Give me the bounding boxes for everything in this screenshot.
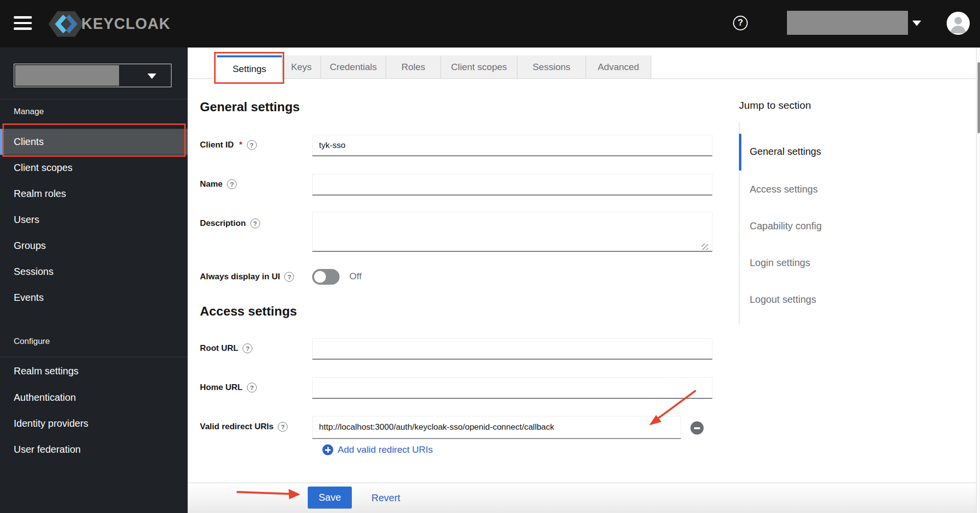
required-asterisk: *	[239, 140, 243, 150]
nav-header-manage: Manage	[14, 106, 44, 118]
root-url-label: Root URL ?	[200, 343, 252, 353]
root-url-input[interactable]	[312, 338, 712, 360]
jump-to-section-title: Jump to section	[739, 99, 811, 111]
person-icon	[947, 12, 970, 35]
home-url-input[interactable]	[312, 377, 712, 399]
top-bar: KEYCLOAK ?	[0, 0, 980, 48]
selected-indicator-bar	[0, 129, 2, 155]
client-tabs: Settings Keys Credentials Roles Client s…	[217, 55, 651, 81]
toggle-state-text: Off	[349, 271, 362, 282]
jump-item-login-settings[interactable]: Login settings	[750, 257, 810, 269]
name-label: Name ?	[200, 179, 237, 189]
always-display-help-icon[interactable]: ?	[284, 272, 294, 282]
jump-active-indicator	[739, 134, 741, 171]
general-settings-heading: General settings	[200, 99, 300, 115]
client-id-label: Client ID * ?	[200, 140, 257, 150]
valid-redirect-uris-label: Valid redirect URIs ?	[200, 422, 288, 432]
sidebar: Manage Clients Client scopes Realm roles…	[0, 48, 188, 513]
hamburger-menu-icon[interactable]	[14, 16, 33, 31]
sidebar-divider	[0, 357, 188, 357]
tab-settings[interactable]: Settings	[217, 55, 282, 81]
always-display-label: Always display in UI ?	[200, 272, 294, 282]
sidebar-item-client-scopes[interactable]: Client scopes	[0, 155, 188, 181]
root-url-help-icon[interactable]: ?	[243, 343, 252, 353]
valid-redirect-help-icon[interactable]: ?	[278, 422, 288, 432]
nav-header-configure: Configure	[14, 336, 50, 347]
valid-redirect-uri-input[interactable]	[312, 416, 681, 439]
scrollbar-track[interactable]	[976, 48, 980, 513]
plus-circle-icon	[322, 444, 333, 455]
sidebar-item-clients[interactable]: Clients	[0, 129, 188, 155]
tab-client-scopes[interactable]: Client scopes	[441, 55, 517, 78]
home-url-label: Home URL ?	[200, 383, 257, 392]
tab-advanced[interactable]: Advanced	[586, 55, 651, 78]
user-menu-chevron-down-icon[interactable]	[912, 21, 921, 26]
always-display-toggle[interactable]	[312, 269, 340, 285]
realm-selector[interactable]	[14, 64, 172, 87]
keycloak-logo: KEYCLOAK	[48, 11, 171, 37]
keycloak-logo-text: KEYCLOAK	[81, 15, 171, 33]
tab-roles[interactable]: Roles	[386, 55, 441, 78]
name-help-icon[interactable]: ?	[227, 179, 237, 189]
sidebar-divider	[0, 99, 188, 99]
save-button[interactable]: Save	[308, 487, 352, 509]
tab-keys[interactable]: Keys	[282, 55, 320, 78]
scrollbar-thumb[interactable]	[978, 62, 980, 133]
sidebar-item-sessions[interactable]: Sessions	[0, 259, 188, 285]
realm-chevron-down-icon	[147, 73, 156, 79]
textarea-resize-grip[interactable]	[702, 244, 708, 250]
jump-item-capability-config[interactable]: Capability config	[750, 220, 822, 232]
tab-sessions[interactable]: Sessions	[517, 55, 586, 78]
sidebar-item-events[interactable]: Events	[0, 285, 188, 311]
home-url-help-icon[interactable]: ?	[247, 383, 257, 392]
sidebar-item-users[interactable]: Users	[0, 207, 188, 233]
keycloak-logo-icon	[48, 11, 84, 37]
description-label: Description ?	[200, 219, 260, 228]
sidebar-item-user-federation[interactable]: User federation	[0, 437, 188, 463]
action-footer	[188, 483, 980, 513]
access-settings-heading: Access settings	[200, 304, 297, 319]
sidebar-item-groups[interactable]: Groups	[0, 233, 188, 259]
name-input[interactable]	[312, 174, 712, 195]
help-icon[interactable]: ?	[733, 16, 748, 30]
jump-item-access-settings[interactable]: Access settings	[750, 184, 818, 195]
description-help-icon[interactable]: ?	[250, 219, 260, 228]
realm-name-redacted	[15, 65, 119, 86]
sidebar-item-realm-settings[interactable]: Realm settings	[0, 358, 188, 384]
revert-button[interactable]: Revert	[371, 492, 400, 504]
client-id-help-icon[interactable]: ?	[247, 140, 257, 150]
sidebar-item-authentication[interactable]: Authentication	[0, 385, 188, 411]
jump-item-logout-settings[interactable]: Logout settings	[750, 294, 816, 305]
current-user-redacted	[787, 11, 908, 35]
keycloak-admin-console: KEYCLOAK ? Manage Clients Client scopes …	[0, 0, 980, 513]
remove-redirect-uri-button[interactable]	[690, 421, 704, 435]
add-redirect-uri-button[interactable]: Add valid redirect URIs	[322, 444, 433, 455]
sidebar-item-identity-providers[interactable]: Identity providers	[0, 411, 188, 437]
toggle-knob	[314, 271, 326, 283]
jump-item-general-settings[interactable]: General settings	[750, 146, 821, 157]
avatar[interactable]	[947, 12, 970, 35]
client-id-input[interactable]	[312, 135, 712, 156]
sidebar-item-realm-roles[interactable]: Realm roles	[0, 181, 188, 207]
description-textarea[interactable]	[312, 212, 712, 252]
tab-credentials[interactable]: Credentials	[320, 55, 386, 78]
